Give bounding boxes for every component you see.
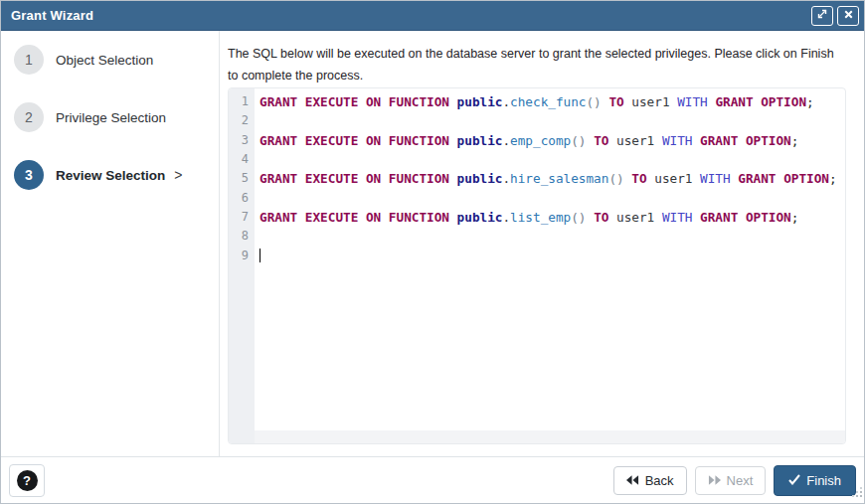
step-label: Privilege Selection: [56, 110, 166, 125]
finish-button-label: Finish: [806, 473, 841, 488]
code-line[interactable]: [260, 189, 845, 208]
step-number-badge: 3: [14, 160, 44, 190]
code-line[interactable]: [260, 150, 845, 169]
chevron-right-icon: >: [174, 167, 182, 183]
code-line[interactable]: GRANT EXECUTE ON FUNCTION public.hire_sa…: [260, 169, 845, 188]
dialog-body: 1 Object Selection 2 Privilege Selection…: [1, 31, 864, 456]
back-button-label: Back: [645, 473, 674, 488]
code-lines[interactable]: GRANT EXECUTE ON FUNCTION public.check_f…: [255, 88, 845, 265]
code-line[interactable]: GRANT EXECUTE ON FUNCTION public.check_f…: [260, 92, 845, 111]
text-cursor: [260, 249, 260, 262]
next-button-label: Next: [727, 473, 754, 488]
maximize-button[interactable]: [811, 6, 833, 26]
code-line[interactable]: [260, 247, 845, 265]
step-privilege-selection: 2 Privilege Selection: [14, 102, 219, 132]
horizontal-scrollbar[interactable]: [255, 430, 845, 443]
code-line[interactable]: GRANT EXECUTE ON FUNCTION public.emp_com…: [260, 131, 845, 150]
double-arrow-left-icon: [626, 473, 639, 488]
close-button[interactable]: [837, 6, 859, 26]
resize-grip[interactable]: [852, 483, 862, 501]
step-label: Object Selection: [56, 53, 153, 68]
sql-preview-editor[interactable]: 123456789 GRANT EXECUTE ON FUNCTION publ…: [228, 87, 846, 444]
back-button[interactable]: Back: [613, 466, 687, 495]
dialog-footer: ? Back Next: [1, 456, 864, 504]
step-label: Review Selection: [56, 168, 165, 183]
expand-icon: [815, 7, 829, 25]
wizard-steps-panel: 1 Object Selection 2 Privilege Selection…: [1, 31, 220, 456]
help-icon: ?: [17, 470, 38, 491]
check-icon: [788, 473, 800, 488]
step-review-selection: 3 Review Selection >: [14, 160, 219, 190]
titlebar[interactable]: Grant Wizard: [1, 1, 864, 31]
dialog-title: Grant Wizard: [11, 8, 807, 23]
code-line[interactable]: [260, 227, 845, 246]
close-icon: [842, 7, 855, 25]
finish-button[interactable]: Finish: [774, 465, 856, 496]
step-number-badge: 2: [14, 102, 44, 132]
double-arrow-right-icon: [708, 473, 721, 488]
step-number-badge: 1: [14, 45, 44, 75]
code-line[interactable]: GRANT EXECUTE ON FUNCTION public.list_em…: [260, 208, 845, 227]
next-button[interactable]: Next: [695, 466, 767, 495]
help-button[interactable]: ?: [9, 464, 45, 497]
step-object-selection: 1 Object Selection: [14, 45, 219, 75]
grant-wizard-dialog: Grant Wizard 1 Object Select: [0, 0, 865, 504]
line-number-gutter: 123456789: [229, 88, 255, 443]
instruction-text: The SQL below will be executed on the da…: [228, 43, 846, 86]
review-content: The SQL below will be executed on the da…: [220, 31, 864, 456]
code-line[interactable]: [260, 111, 845, 130]
